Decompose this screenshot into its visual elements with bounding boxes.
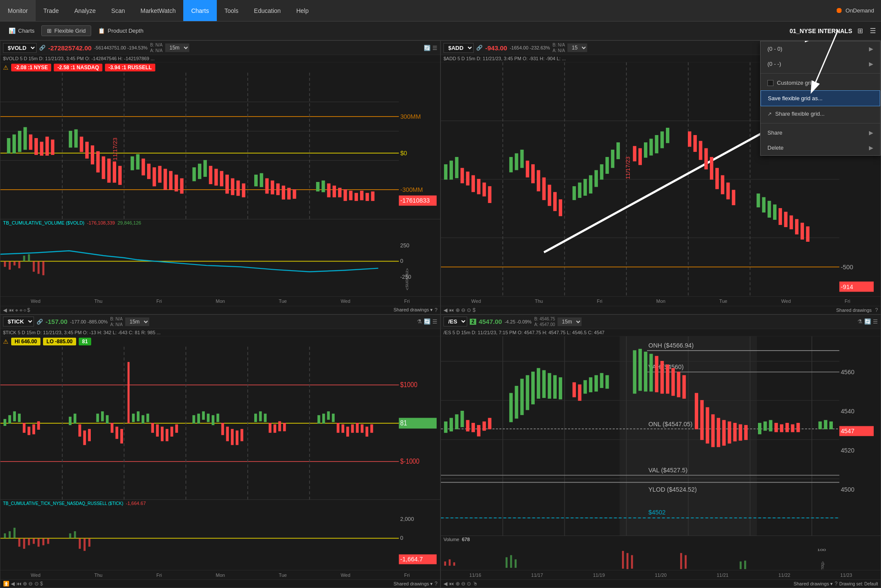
es-symbol-select[interactable]: /ES [444,317,467,326]
svg-rect-139 [710,157,713,179]
tick-sub-body[interactable]: 2,000 0 -2,000 -1,664.7 [0,507,440,570]
nav-education[interactable]: Education [246,0,288,21]
svg-rect-67 [339,188,341,197]
svg-rect-102 [456,157,458,178]
svold-sync-icon[interactable]: 🔄 [424,45,431,51]
es-sync-icon[interactable]: 🔄 [864,318,871,325]
sadd-help-icon[interactable]: ? [875,307,878,313]
chart-panel-tick: $TICK 🔗 -157.00 -177.00 -885.00% B: N/A … [0,314,440,588]
tick-axis-labels: Wed Thu Fri Mon Tue Wed Fri [4,573,437,578]
es-volume-body[interactable]: 100 <thou.> [441,545,855,570]
svg-text:4500: 4500 [841,486,854,493]
svg-rect-119 [573,187,576,200]
ondemand-button[interactable]: ⏺ OnDemand [829,6,881,15]
svold-prev-icon[interactable]: ◀ [3,307,7,313]
dropdown-item-2[interactable]: (0 - -) ▶ [761,56,880,71]
svold-sub-body[interactable]: 250 0 -250 <millions> [0,226,440,296]
tick-symbol-select[interactable]: $TICK [3,317,34,326]
tick-timeframe[interactable]: 15m [125,317,149,326]
es-timeframe[interactable]: 15m [558,317,582,326]
dropdown-save-flexible-grid[interactable]: Save flexible grid as... [761,90,880,106]
nav-marketwatch[interactable]: MarketWatch [132,0,183,21]
nav-scan[interactable]: Scan [104,0,133,21]
sadd-timeframe[interactable]: 15 [567,43,587,52]
svg-rect-100 [444,165,447,179]
nav-help[interactable]: Help [289,0,317,21]
svg-rect-307 [595,376,598,391]
svg-rect-351 [685,555,687,569]
svg-rect-175 [28,427,30,434]
svg-rect-153 [807,227,809,241]
charts-tab[interactable]: 📊 Charts [3,26,40,36]
alert-icon: ⚠ [3,64,9,71]
svold-chart-body[interactable]: 300MM $0 -300MM 11/17/23 [0,73,440,219]
dropdown-customize-grid[interactable]: Customize grid [761,75,880,90]
svg-rect-185 [106,416,108,423]
es-contract-badge: 2 [470,319,476,325]
svg-rect-352 [739,561,742,569]
grid-name: 01_NYSE INTERNALS [790,28,852,34]
es-changes: -4.25 -0.09% [505,319,532,324]
dropdown-share-flexible-grid[interactable]: ↗ Share flexible grid... [761,106,880,121]
svg-rect-186 [111,423,113,432]
customize-grid-checkbox[interactable] [767,80,773,86]
svg-rect-32 [108,159,110,182]
svg-rect-122 [589,175,592,193]
sadd-icon[interactable]: 🔗 [476,45,483,51]
tick-bidask: B: N/A A: N/A [110,316,123,327]
svold-icon[interactable]: 🔗 [39,45,46,51]
svold-menu-icon[interactable]: ☰ [432,45,437,51]
svold-symbol-select[interactable]: $VOLD [3,43,37,53]
dropdown-delete[interactable]: Delete ▶ [761,140,880,155]
tick-chart-body[interactable]: $1000 $0 $-1000 [0,347,440,500]
svg-rect-287 [461,411,463,426]
grid-layout-icon[interactable]: ⊞ [856,25,865,37]
svg-rect-204 [217,414,219,422]
product-depth-tab[interactable]: 📋 Product Depth [93,26,148,36]
svg-rect-320 [695,393,698,429]
tick-help-icon[interactable]: ? [434,581,437,587]
nav-tools[interactable]: Tools [217,0,246,21]
dropdown-share[interactable]: Share ▶ [761,125,880,140]
tick-shared-drawings[interactable]: Shared drawings ▾ [394,581,433,587]
svg-rect-121 [584,179,586,195]
flexible-grid-tab[interactable]: ⊞ Flexible Grid [41,25,91,36]
sadd-shared-drawings[interactable]: Shared drawings [836,308,872,313]
tick-sync-icon[interactable]: 🔄 [424,318,431,325]
es-menu-icon[interactable]: ☰ [873,318,878,325]
tick-flask-icon[interactable]: ⚗ [417,318,422,325]
nav-analyze[interactable]: Analyze [67,0,104,21]
tick-icon[interactable]: 🔗 [37,319,43,325]
svg-rect-176 [33,425,35,434]
svold-timeframe[interactable]: 15m [165,43,189,52]
svg-rect-83 [33,261,35,271]
svold-shared-drawings[interactable]: Shared drawings ▾ [394,307,433,313]
tick-menu-icon[interactable]: ☰ [432,318,437,325]
tick-nav[interactable]: ⏫ ◀ ⏮ ⊕ ⊖ ⊙ $ [3,581,43,587]
svg-rect-196 [166,429,168,441]
es-nav[interactable]: ◀ ⏮ ⊕ ⊖ ⊙ 🖱 [444,581,478,587]
nav-charts[interactable]: Charts [183,0,216,21]
es-chart-body[interactable]: ONH ($4566.94) VAH ($4560) ONL ($4547.05… [441,336,881,536]
svold-axis-labels: Wed Thu Fri Mon Tue Wed Fri [4,299,437,304]
es-flask-icon[interactable]: ⚗ [857,318,863,325]
svg-rect-68 [344,190,346,200]
svg-rect-291 [483,422,485,430]
sadd-nav[interactable]: ◀ ⏮ ⊕ ⊖ ⊙ $ [444,307,475,313]
svg-rect-38 [148,164,150,179]
dropdown-item-1[interactable]: (0 - 0) ▶ [761,41,880,56]
es-shared-drawings[interactable]: Shared drawings ▾ [794,581,833,587]
svg-rect-187 [116,427,118,438]
nav-trade[interactable]: Trade [36,0,67,21]
sadd-symbol-select[interactable]: $ADD [444,43,474,53]
es-help-icon[interactable]: ? [835,581,838,587]
dropdown-divider-1 [761,73,880,74]
svold-help-icon[interactable]: ? [434,307,437,313]
svg-rect-296 [526,376,529,409]
svg-rect-184 [102,412,104,421]
grid-list-icon[interactable]: ☰ [868,25,878,37]
svg-rect-294 [515,386,518,418]
svold-nav-icons[interactable]: ⏮ ⊕ ⊖ ⊙ $ [9,307,30,313]
svg-rect-284 [444,422,447,432]
nav-monitor[interactable]: Monitor [0,0,36,21]
